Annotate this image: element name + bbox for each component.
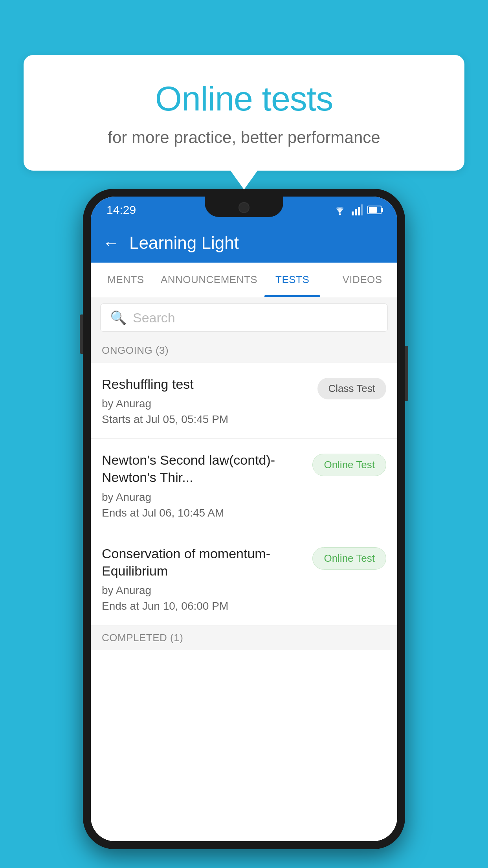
test-by: by Anurag bbox=[102, 584, 305, 597]
test-item[interactable]: Reshuffling test by Anurag Starts at Jul… bbox=[91, 363, 397, 439]
test-info: Conservation of momentum-Equilibrium by … bbox=[102, 545, 305, 612]
test-name: Newton's Second law(contd)-Newton's Thir… bbox=[102, 451, 305, 486]
svg-point-0 bbox=[339, 213, 341, 215]
wifi-icon bbox=[333, 204, 347, 215]
test-badge-online: Online Test bbox=[312, 454, 386, 476]
phone-camera bbox=[238, 202, 250, 213]
svg-rect-4 bbox=[361, 204, 363, 215]
test-info: Reshuffling test by Anurag Starts at Jul… bbox=[102, 375, 310, 426]
bubble-subtitle: for more practice, better performance bbox=[55, 128, 433, 147]
test-date: Ends at Jun 10, 06:00 PM bbox=[102, 600, 305, 612]
status-icons bbox=[333, 204, 382, 215]
app-bar: ← Learning Light bbox=[91, 223, 397, 263]
search-box[interactable]: 🔍 Search bbox=[100, 303, 388, 332]
search-input[interactable]: Search bbox=[133, 310, 175, 326]
tab-tests[interactable]: TESTS bbox=[257, 263, 327, 297]
phone-screen: 14:29 bbox=[91, 197, 397, 841]
test-badge-online: Online Test bbox=[312, 547, 386, 570]
test-name: Conservation of momentum-Equilibrium bbox=[102, 545, 305, 579]
svg-rect-1 bbox=[352, 211, 354, 215]
completed-section-header: COMPLETED (1) bbox=[91, 625, 397, 650]
test-by: by Anurag bbox=[102, 491, 305, 504]
tab-videos[interactable]: VIDEOS bbox=[327, 263, 397, 297]
status-time: 14:29 bbox=[106, 203, 136, 217]
test-by: by Anurag bbox=[102, 397, 310, 410]
phone-notch bbox=[205, 197, 283, 217]
phone-container: 14:29 bbox=[83, 189, 405, 849]
speech-bubble: Online tests for more practice, better p… bbox=[24, 55, 464, 171]
back-button[interactable]: ← bbox=[103, 234, 120, 252]
phone-outer: 14:29 bbox=[83, 189, 405, 849]
battery-icon bbox=[367, 206, 382, 214]
phone-power-button bbox=[405, 346, 408, 401]
test-item[interactable]: Newton's Second law(contd)-Newton's Thir… bbox=[91, 439, 397, 532]
test-date: Starts at Jul 05, 05:45 PM bbox=[102, 413, 310, 426]
phone-volume-button bbox=[80, 314, 83, 354]
test-date: Ends at Jul 06, 10:45 AM bbox=[102, 507, 305, 519]
search-icon: 🔍 bbox=[110, 310, 127, 326]
test-item[interactable]: Conservation of momentum-Equilibrium by … bbox=[91, 532, 397, 625]
search-container: 🔍 Search bbox=[91, 297, 397, 338]
speech-bubble-container: Online tests for more practice, better p… bbox=[24, 55, 464, 171]
app-bar-title: Learning Light bbox=[129, 233, 239, 253]
ongoing-section-header: ONGOING (3) bbox=[91, 338, 397, 363]
bubble-title: Online tests bbox=[55, 79, 433, 119]
tests-list: Reshuffling test by Anurag Starts at Jul… bbox=[91, 363, 397, 841]
tab-ments[interactable]: MENTS bbox=[91, 263, 161, 297]
signal-icon bbox=[352, 204, 363, 215]
tabs-bar: MENTS ANNOUNCEMENTS TESTS VIDEOS bbox=[91, 263, 397, 297]
svg-rect-2 bbox=[355, 209, 357, 215]
battery-fill bbox=[369, 207, 377, 213]
svg-rect-3 bbox=[358, 207, 360, 215]
test-badge-class: Class Test bbox=[317, 378, 386, 399]
test-info: Newton's Second law(contd)-Newton's Thir… bbox=[102, 451, 305, 519]
tab-announcements[interactable]: ANNOUNCEMENTS bbox=[161, 263, 257, 297]
test-name: Reshuffling test bbox=[102, 375, 310, 393]
